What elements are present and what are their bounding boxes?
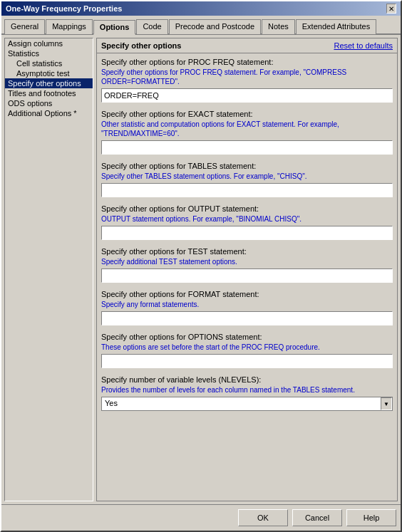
cancel-button[interactable]: Cancel: [292, 509, 342, 526]
right-panel: Specify other options Reset to defaults …: [96, 38, 398, 501]
section-output: Specify other options for OUTPUT stateme…: [101, 204, 393, 240]
sidebar-item-assign-columns[interactable]: Assign columns: [5, 38, 93, 48]
section-tables-hint: Specify other TABLES statement options. …: [101, 172, 393, 181]
sidebar-item-titles-footnotes[interactable]: Titles and footnotes: [5, 88, 93, 98]
sidebar-item-ods-options[interactable]: ODS options: [5, 98, 93, 108]
sidebar-item-additional-options[interactable]: Additional Options *: [5, 108, 93, 118]
section-nlevels-label: Specify number of variable levels (NLEVE…: [101, 375, 393, 384]
tab-extended[interactable]: Extended Attributes: [296, 19, 376, 34]
nlevels-select[interactable]: Yes ▼: [101, 397, 393, 411]
output-input[interactable]: [101, 226, 393, 240]
section-proc-freq: Specify other options for PROC FREQ stat…: [101, 58, 393, 103]
section-format-label: Specify other options for FORMAT stateme…: [101, 290, 393, 298]
section-exact-hint: Other statistic and computation options …: [101, 120, 393, 138]
right-panel-title: Specify other options: [101, 41, 181, 50]
sidebar-item-statistics[interactable]: Statistics: [5, 48, 93, 58]
section-options: Specify other options for OPTIONS statem…: [101, 333, 393, 368]
left-panel: Assign columns Statistics Cell statistic…: [4, 38, 93, 501]
section-test: Specify other options for TEST statement…: [101, 247, 393, 283]
section-output-hint: OUTPUT statement options. For example, "…: [101, 214, 393, 224]
nlevels-value: Yes: [102, 397, 381, 410]
reset-to-defaults-link[interactable]: Reset to defaults: [334, 41, 393, 50]
sidebar-item-specify-other-options[interactable]: Specify other options: [5, 78, 93, 88]
tab-code[interactable]: Code: [136, 19, 168, 34]
section-proc-freq-label: Specify other options for PROC FREQ stat…: [101, 58, 393, 66]
section-nlevels: Specify number of variable levels (NLEVE…: [101, 375, 393, 411]
section-test-hint: Specify additional TEST statement option…: [101, 257, 393, 266]
exact-input[interactable]: [101, 140, 393, 155]
format-input[interactable]: [101, 311, 393, 325]
section-test-label: Specify other options for TEST statement…: [101, 247, 393, 256]
tab-mappings[interactable]: Mappings: [46, 19, 93, 34]
section-options-hint: These options are set before the start o…: [101, 343, 393, 352]
test-input[interactable]: [101, 268, 393, 283]
section-format-hint: Specify any format statements.: [101, 300, 393, 309]
chevron-down-icon[interactable]: ▼: [381, 397, 392, 410]
help-button[interactable]: Help: [346, 509, 396, 526]
title-bar: One-Way Frequency Properties ✕: [1, 1, 401, 16]
window-title: One-Way Frequency Properties: [6, 4, 122, 13]
proc-freq-input[interactable]: [101, 88, 393, 103]
main-window: One-Way Frequency Properties ✕ General M…: [0, 0, 402, 532]
right-panel-header: Specify other options Reset to defaults: [97, 38, 397, 53]
tab-general[interactable]: General: [4, 19, 45, 34]
tab-notes[interactable]: Notes: [262, 19, 295, 34]
section-format: Specify other options for FORMAT stateme…: [101, 290, 393, 325]
tab-precode[interactable]: Precode and Postcode: [169, 19, 261, 34]
tables-input[interactable]: [101, 183, 393, 197]
section-options-label: Specify other options for OPTIONS statem…: [101, 333, 393, 341]
close-button[interactable]: ✕: [386, 4, 396, 14]
section-tables-label: Specify other options for TABLES stateme…: [101, 162, 393, 170]
right-panel-scroll[interactable]: Specify other options for PROC FREQ stat…: [97, 53, 397, 501]
section-tables: Specify other options for TABLES stateme…: [101, 162, 393, 197]
section-exact: Specify other options for EXACT statemen…: [101, 110, 393, 155]
section-proc-freq-hint: Specify other options for PROC FREQ stat…: [101, 68, 393, 86]
tab-options[interactable]: Options: [93, 20, 136, 35]
sidebar-item-cell-statistics[interactable]: Cell statistics: [5, 58, 93, 68]
section-nlevels-hint: Provides the number of levels for each c…: [101, 385, 393, 395]
tabs-bar: General Mappings Options Code Precode an…: [1, 16, 401, 35]
footer: OK Cancel Help: [1, 504, 401, 531]
sidebar-item-asymptotic-test[interactable]: Asymptotic test: [5, 68, 93, 78]
section-output-label: Specify other options for OUTPUT stateme…: [101, 204, 393, 213]
section-exact-label: Specify other options for EXACT statemen…: [101, 110, 393, 118]
options-input[interactable]: [101, 354, 393, 368]
content-area: Assign columns Statistics Cell statistic…: [1, 35, 401, 504]
ok-button[interactable]: OK: [238, 509, 288, 526]
